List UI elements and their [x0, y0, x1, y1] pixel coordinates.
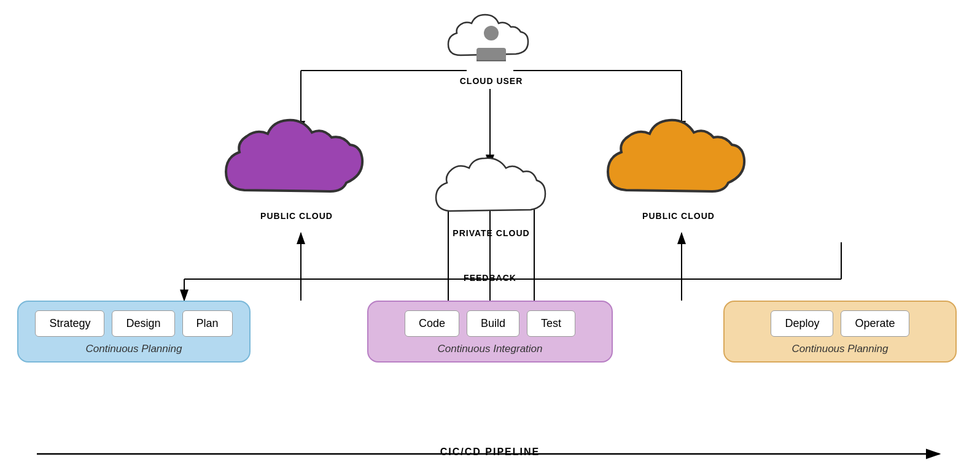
pipeline-item-code: Code	[405, 310, 459, 337]
pipeline-items-planning: Strategy Design Plan	[35, 310, 232, 337]
pipeline-bottom-label: CIC/CD PIPELINE	[440, 447, 540, 458]
cloud-user: CLOUD USER	[442, 6, 540, 86]
pipeline-label-planning: Continuous Planning	[86, 343, 182, 355]
cloud-public-left-icon	[220, 110, 373, 209]
pipeline-label-deployment: Continuous Planning	[792, 343, 889, 355]
pipeline-item-build: Build	[467, 310, 519, 337]
cloud-private-icon	[430, 152, 553, 226]
cloud-public-right-label: PUBLIC CLOUD	[602, 211, 755, 221]
pipeline-label-integration: Continuous Integration	[437, 343, 542, 355]
diagram-container: CLOUD USER PUBLIC CLOUD PRIVATE CLOUD PU…	[0, 0, 980, 476]
pipeline-item-test: Test	[527, 310, 575, 337]
cloud-public-left-label: PUBLIC CLOUD	[220, 211, 373, 221]
pipeline-item-strategy: Strategy	[35, 310, 104, 337]
pipeline-item-plan: Plan	[182, 310, 233, 337]
cloud-user-icon	[442, 6, 540, 74]
svg-point-20	[484, 26, 499, 40]
feedback-label: FEEDBACK	[464, 273, 516, 283]
cloud-public-right: PUBLIC CLOUD	[602, 110, 755, 221]
cloud-public-left: PUBLIC CLOUD	[220, 110, 373, 221]
pipeline-items-integration: Code Build Test	[405, 310, 575, 337]
pipeline-items-deployment: Deploy Operate	[771, 310, 909, 337]
pipeline-section-deployment: Deploy Operate Continuous Planning	[723, 301, 957, 363]
cloud-private: PRIVATE CLOUD	[430, 152, 553, 238]
pipeline-section-planning: Strategy Design Plan Continuous Planning	[17, 301, 251, 363]
pipeline-item-operate: Operate	[841, 310, 909, 337]
svg-rect-21	[476, 48, 506, 60]
cloud-public-right-icon	[602, 110, 755, 209]
cloud-private-label: PRIVATE CLOUD	[430, 228, 553, 238]
cloud-user-label: CLOUD USER	[442, 76, 540, 86]
pipeline-item-deploy: Deploy	[771, 310, 833, 337]
pipeline-section-integration: Code Build Test Continuous Integration	[367, 301, 613, 363]
pipeline-item-design: Design	[112, 310, 174, 337]
